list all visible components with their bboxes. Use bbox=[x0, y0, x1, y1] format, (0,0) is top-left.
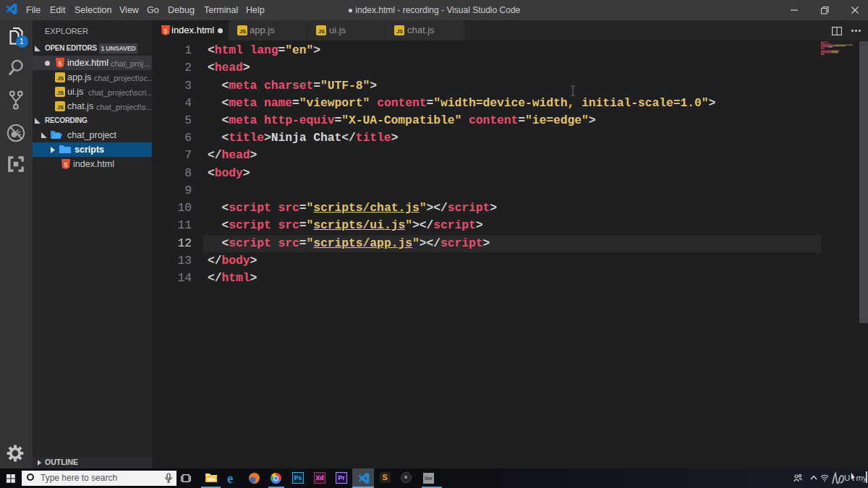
svg-text:5: 5 bbox=[164, 27, 168, 35]
svg-text:JS: JS bbox=[57, 75, 64, 82]
svg-text:JS: JS bbox=[57, 90, 64, 96]
svg-text:JS: JS bbox=[239, 28, 246, 35]
svg-text:JS: JS bbox=[57, 104, 64, 111]
svg-text:5: 5 bbox=[64, 161, 68, 168]
svg-text:JS: JS bbox=[318, 28, 325, 35]
svg-text:JS: JS bbox=[396, 28, 403, 35]
svg-text:5: 5 bbox=[59, 60, 62, 67]
